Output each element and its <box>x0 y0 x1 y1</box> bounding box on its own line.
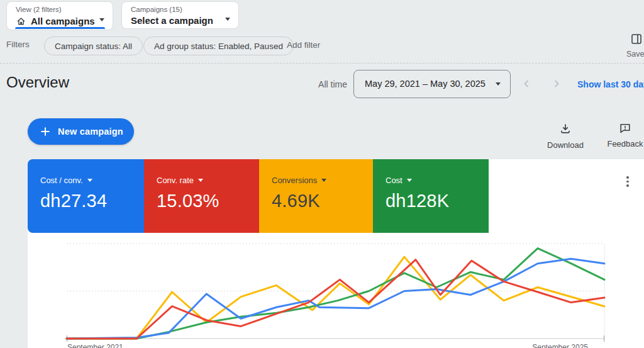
scorecard-cost[interactable]: Cost dh128K <box>373 159 489 233</box>
previous-period-button[interactable] <box>521 79 531 89</box>
plus-icon <box>40 126 51 137</box>
filter-chip-campaign-status[interactable]: Campaign status: All <box>44 36 143 55</box>
campaign-selector-label: Campaigns (15) <box>131 6 182 13</box>
section-divider <box>0 63 644 64</box>
google-ads-overview-page: { "view_selector": {"label": "View (2 fi… <box>0 0 644 348</box>
page-title: Overview <box>6 74 69 91</box>
feedback-icon <box>619 122 631 135</box>
view-selector-label: View (2 filters) <box>16 6 62 13</box>
chevron-down-icon <box>99 18 104 21</box>
chevron-down-icon[interactable] <box>198 179 203 182</box>
chevron-down-icon[interactable] <box>407 179 412 182</box>
x-axis-end-label: September 2025 <box>506 343 588 348</box>
chart-line-conversions <box>67 257 604 339</box>
scorecard-conv-rate[interactable]: Conv. rate 15.03% <box>144 159 259 233</box>
view-selector[interactable]: View (2 filters) All campaigns <box>6 1 113 30</box>
date-range-picker[interactable]: May 29, 2021 – May 30, 2025 <box>353 70 511 98</box>
campaign-selector[interactable]: Campaigns (15) Select a campaign <box>121 1 239 29</box>
time-scope-label: All time <box>318 79 347 89</box>
new-campaign-button[interactable]: New campaign <box>28 118 134 145</box>
scorecard-label: Conv. rate <box>157 176 194 185</box>
overview-chart[interactable] <box>0 239 644 348</box>
x-axis-start-label: September 2021 <box>67 343 123 348</box>
saved-button[interactable]: Saved <box>627 33 644 59</box>
campaign-selector-value: Select a campaign <box>131 15 213 26</box>
view-selector-active-indicator <box>15 27 105 30</box>
download-icon <box>558 122 572 136</box>
scorecard-value: dh128K <box>386 191 449 211</box>
filters-title: Filters <box>6 40 30 49</box>
chart-options-menu-button[interactable] <box>626 176 629 187</box>
chevron-down-icon[interactable] <box>321 179 326 182</box>
scorecard-value: dh27.34 <box>40 191 107 211</box>
new-campaign-label: New campaign <box>58 126 123 137</box>
scorecard-label: Cost / conv. <box>40 176 83 185</box>
date-range-value: May 29, 2021 – May 30, 2025 <box>365 79 486 89</box>
saved-icon <box>630 33 643 45</box>
scorecard-label: Conversions <box>272 176 317 185</box>
home-icon <box>16 16 26 26</box>
download-button[interactable]: Download <box>541 122 590 150</box>
add-filter-button[interactable]: Add filter <box>287 40 320 50</box>
chart-line-cost-conv- <box>67 259 604 339</box>
feedback-button[interactable]: Feedback <box>601 122 644 149</box>
chevron-down-icon <box>225 18 230 21</box>
filter-chip-ad-group-status[interactable]: Ad group status: Enabled, Paused <box>143 36 294 55</box>
chevron-down-icon <box>496 82 501 86</box>
scorecard-value: 15.03% <box>157 191 219 211</box>
feedback-label: Feedback <box>601 139 644 149</box>
show-last-30-days-link[interactable]: Show last 30 days <box>577 79 644 89</box>
chevron-down-icon[interactable] <box>87 179 92 182</box>
scorecard-label: Cost <box>386 176 402 185</box>
scorecard-cost-per-conv[interactable]: Cost / conv. dh27.34 <box>28 159 144 233</box>
view-selector-value: All campaigns <box>31 16 95 26</box>
download-label: Download <box>541 140 590 150</box>
scorecard-conversions[interactable]: Conversions 4.69K <box>259 159 373 233</box>
saved-label: Saved <box>626 50 644 59</box>
scorecard-value: 4.69K <box>272 191 320 211</box>
next-period-button[interactable] <box>552 79 562 89</box>
